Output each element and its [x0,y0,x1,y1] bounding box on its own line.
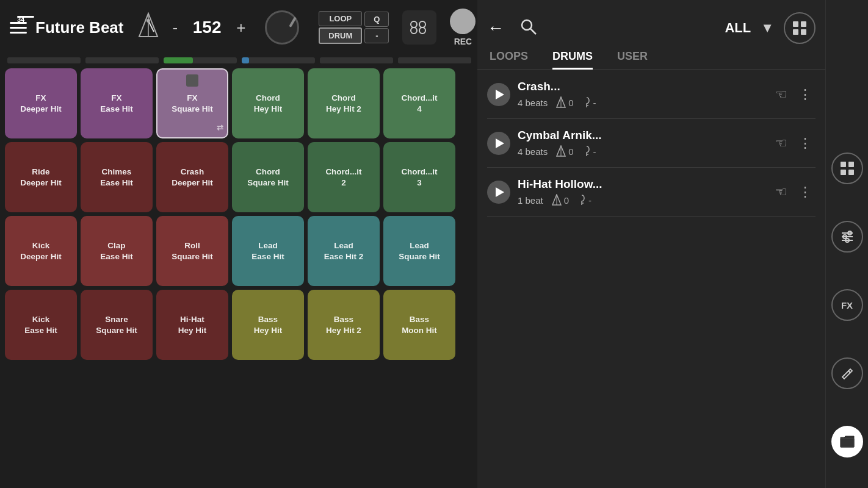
all-label: ALL [725,20,751,36]
pad-row3-4[interactable]: Bass Hey Hit 2 [308,290,380,360]
play-triangle-icon [496,138,504,148]
pad-row2-4[interactable]: Lead Ease Hit 2 [308,216,380,286]
svg-rect-24 [848,162,854,167]
pad-label: Chord Hey Hit [254,93,283,114]
more-options-button-1[interactable]: ⋮ [795,135,816,151]
pad-row1-0[interactable]: Ride Deeper Hit [5,142,77,212]
fx-side-button[interactable]: FX [831,289,863,321]
pad-row3-1[interactable]: Snare Square Hit [81,290,153,360]
pad-row: Ride Deeper HitChimes Ease HitCrash Deep… [5,142,477,212]
pad-row2-2[interactable]: Roll Square Hit [156,216,228,286]
tempo-dial[interactable] [265,10,299,45]
grid-view-button[interactable] [784,12,816,44]
pad-row2-5[interactable]: Lead Square Hit [383,216,455,286]
pad-row3-5[interactable]: Bass Moon Hit [383,290,455,360]
mixer-icon[interactable] [402,10,436,45]
filter-arrow-icon[interactable]: ▼ [761,20,774,36]
pad-label: Kick Ease Hit [24,314,57,336]
pad-row: FX Deeper HitFX Ease HitFX Square Hit⇄Ch… [5,68,477,138]
search-icon[interactable] [519,17,537,40]
folder-side-button[interactable] [831,426,863,458]
pad-row1-1[interactable]: Chimes Ease Hit [81,142,153,212]
pad-row0-4[interactable]: Chord Hey Hit 2 [308,68,380,138]
metronome-icon[interactable] [138,12,159,43]
svg-point-5 [411,27,417,34]
pad-label: Ride Deeper Hit [20,167,62,188]
rec-circle[interactable] [450,9,476,34]
list-item-info: Cymbal Arnik...4 beats 0 - [518,129,768,157]
svg-rect-12 [793,29,798,35]
pad-label: Chord Hey Hit 2 [326,93,361,114]
play-button-0[interactable] [487,83,510,106]
hand-icon-2[interactable]: ☜ [775,184,787,200]
pad-row3-0[interactable]: Kick Ease Hit [5,290,77,360]
pad-row0-1[interactable]: FX Ease Hit [81,68,153,138]
loop-button[interactable]: LOOP [319,11,362,26]
pad-row3-3[interactable]: Bass Hey Hit [232,290,304,360]
progress-bar-4[interactable] [242,57,315,63]
pad-row2-3[interactable]: Lead Ease Hit [232,216,304,286]
hand-icon-0[interactable]: ☜ [775,87,787,102]
pad-label: Lead Ease Hit [251,240,284,262]
progress-bar-2[interactable] [85,57,159,63]
progress-bar-6[interactable] [398,57,471,63]
pad-row0-3[interactable]: Chord Hey Hit [232,68,304,138]
play-button-2[interactable] [487,181,510,204]
tempo-controls: - 152 + [167,16,250,40]
tab-user[interactable]: USER [617,50,648,70]
list-item-key: - [582,146,596,157]
pad-row0-2[interactable]: FX Square Hit⇄ [156,68,228,138]
pad-label: Lead Ease Hit 2 [324,240,364,262]
list-item-name: Crash... [518,80,768,93]
hand-icon-1[interactable]: ☜ [775,135,787,151]
pad-label: Lead Square Hit [399,240,440,262]
tempo-plus-button[interactable]: + [231,16,250,40]
more-options-button-0[interactable]: ⋮ [795,87,816,102]
pad-row2-0[interactable]: Kick Deeper Hit [5,216,77,286]
list-item-meta: 4 beats 0 - [518,96,768,109]
pad-row1-4[interactable]: Chord...it 2 [308,142,380,212]
pad-row0-5[interactable]: Chord...it 4 [383,68,455,138]
q-dash[interactable]: - [364,28,389,43]
play-button-1[interactable] [487,132,510,155]
pad-row1-5[interactable]: Chord...it 3 [383,142,455,212]
more-options-button-2[interactable]: ⋮ [795,184,816,200]
progress-bar-5[interactable] [320,57,393,63]
drum-button[interactable]: DRUM [319,27,362,44]
tempo-value[interactable]: 152 [189,18,225,37]
tab-drums[interactable]: DRUMS [552,50,593,70]
pad-row0-0[interactable]: FX Deeper Hit [5,68,77,138]
list-item-key: - [577,195,591,206]
pad-label: Chord...it 3 [401,167,437,188]
play-triangle-icon [496,187,504,197]
rec-group: REC [450,9,476,46]
q-group: Q - [364,12,389,43]
pad-label: Chimes Ease Hit [100,167,132,188]
pad-row1-3[interactable]: Chord Square Hit [232,142,304,212]
rec-label[interactable]: REC [454,37,472,46]
menu-button[interactable]: 34 [10,22,27,34]
svg-rect-33 [841,439,854,447]
pad-label: Bass Hey Hit 2 [326,314,361,336]
equalizer-side-button[interactable] [831,221,863,253]
pad-mini-icon [186,74,198,87]
list-item-meta: 4 beats 0 - [518,145,768,157]
back-button[interactable]: ← [487,18,504,38]
list-item-tempo: 0 [556,145,573,157]
edit-side-button[interactable] [831,357,863,389]
pad-row1-2[interactable]: Crash Deeper Hit [156,142,228,212]
pad-row3-2[interactable]: Hi-Hat Hey Hit [156,290,228,360]
q-button[interactable]: Q [364,12,389,27]
grid-side-button[interactable] [831,152,863,184]
svg-rect-10 [793,21,798,27]
pad-row2-1[interactable]: Clap Ease Hit [81,216,153,286]
progress-bar-1[interactable] [7,57,81,63]
notification-badge: 34 [17,16,34,18]
list-item-name: Cymbal Arnik... [518,129,768,142]
tab-loops[interactable]: LOOPS [490,50,528,70]
progress-bar-3[interactable] [164,57,237,63]
list-item-tempo: 0 [556,96,573,109]
tempo-minus-button[interactable]: - [167,16,183,40]
pad-label: FX Deeper Hit [20,93,62,114]
svg-point-8 [522,20,532,30]
